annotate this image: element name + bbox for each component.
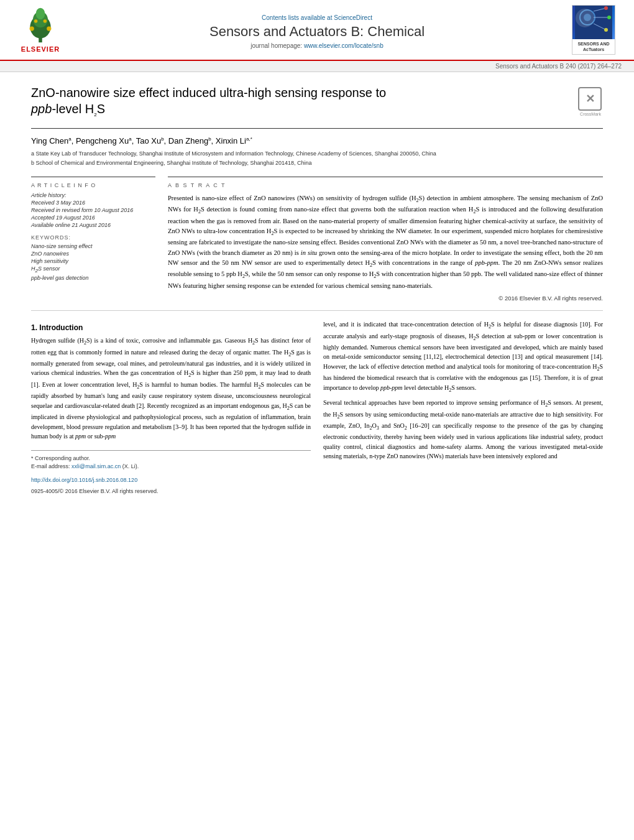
section-divider bbox=[31, 310, 603, 311]
article-info-column: A R T I C L E I N F O Article history: R… bbox=[31, 177, 155, 302]
abstract-text: Presented is nano-size effect of ZnO nan… bbox=[168, 193, 603, 291]
svg-point-7 bbox=[44, 19, 47, 23]
elsevier-brand-text: ELSEVIER bbox=[21, 45, 60, 53]
citation-text: Sensors and Actuators B 240 (2017) 264–2… bbox=[495, 63, 622, 70]
title-line1: ZnO-nanowire size effect induced ultra-h… bbox=[31, 86, 386, 99]
intro-heading: 1. Introduction bbox=[31, 323, 311, 332]
crossmark-label: CrossMark bbox=[578, 112, 603, 116]
svg-point-6 bbox=[34, 19, 38, 23]
homepage-label: journal homepage: bbox=[250, 42, 302, 49]
accepted-date: Accepted 19 August 2016 bbox=[31, 215, 155, 221]
issn-area: 0925-4005/© 2016 Elsevier B.V. All right… bbox=[31, 486, 311, 496]
info-abstract-columns: A R T I C L E I N F O Article history: R… bbox=[31, 177, 603, 302]
affil-2: b School of Chemical and Environmental E… bbox=[31, 159, 603, 168]
keyword-3: High sensitivity bbox=[31, 258, 155, 264]
keyword-4: H2S sensor bbox=[31, 265, 155, 274]
journal-title-area: Contents lists available at ScienceDirec… bbox=[68, 5, 566, 60]
svg-point-15 bbox=[607, 16, 611, 19]
elsevier-tree-icon bbox=[22, 7, 59, 44]
available-date: Available online 21 August 2016 bbox=[31, 222, 155, 228]
svg-point-16 bbox=[604, 28, 608, 32]
received-date: Received 3 May 2016 bbox=[31, 200, 155, 206]
keywords-title: Keywords: bbox=[31, 234, 155, 241]
article-title-text: ZnO-nanowire size effect induced ultra-h… bbox=[31, 85, 569, 121]
corresponding-note: * Corresponding author. bbox=[31, 455, 311, 463]
svg-point-4 bbox=[29, 26, 34, 30]
journal-homepage: journal homepage: www.elsevier.com/locat… bbox=[250, 42, 383, 49]
affil-1: a State Key Lab of Transducer Technology… bbox=[31, 150, 603, 159]
email-link[interactable]: xxli@mail.sim.ac.cn bbox=[71, 463, 121, 469]
sensors-logo-image bbox=[572, 6, 615, 39]
homepage-link[interactable]: www.elsevier.com/locate/snb bbox=[304, 42, 384, 49]
received-revised-date: Received in revised form 10 August 2016 bbox=[31, 207, 155, 213]
svg-point-14 bbox=[604, 6, 608, 10]
sensors-logo-text: SENSORS AND AcTuators bbox=[576, 39, 610, 54]
svg-point-9 bbox=[580, 10, 595, 25]
article-body: ZnO-nanowire size effect induced ultra-h… bbox=[0, 72, 634, 508]
keyword-2: ZnO nanowires bbox=[31, 251, 155, 257]
article-info-box: A R T I C L E I N F O Article history: R… bbox=[31, 177, 155, 281]
contents-text: Contents lists available at bbox=[262, 14, 332, 21]
journal-header: ELSEVIER Contents lists available at Sci… bbox=[0, 0, 634, 61]
sensors-line1: SENSORS AND bbox=[577, 42, 609, 46]
authors-line: Ying Chena, Pengcheng Xua, Tao Xub, Dan … bbox=[31, 136, 603, 145]
abstract-title: A B S T R A C T bbox=[168, 182, 603, 188]
copyright-line: © 2016 Elsevier B.V. All rights reserved… bbox=[168, 295, 603, 302]
keywords-section: Keywords: Nano-size sensing effect ZnO n… bbox=[31, 234, 155, 281]
sensors-line2: AcTuators bbox=[583, 47, 604, 52]
footnote-area: * Corresponding author. E-mail address: … bbox=[31, 450, 311, 471]
intro-heading-text: 1. Introduction bbox=[31, 323, 83, 332]
keyword-1: Nano-size sensing effect bbox=[31, 243, 155, 249]
svg-point-5 bbox=[47, 26, 51, 30]
main-right-column: level, and it is indicated that trace-co… bbox=[323, 320, 603, 496]
journal-name: Sensors and Actuators B: Chemical bbox=[209, 24, 425, 40]
elsevier-logo: ELSEVIER bbox=[12, 5, 68, 60]
citation-bar: Sensors and Actuators B 240 (2017) 264–2… bbox=[0, 61, 634, 72]
abstract-column: A B S T R A C T Presented is nano-size e… bbox=[168, 177, 603, 302]
issn-text: 0925-4005/© 2016 Elsevier B.V. All right… bbox=[31, 488, 158, 494]
doi-link[interactable]: http://dx.doi.org/10.1016/j.snb.2016.08.… bbox=[31, 477, 137, 483]
svg-point-3 bbox=[36, 8, 45, 19]
sciencedirect-line: Contents lists available at ScienceDirec… bbox=[262, 14, 372, 21]
article-info-title: A R T I C L E I N F O bbox=[31, 182, 155, 188]
article-title: ZnO-nanowire size effect induced ultra-h… bbox=[31, 85, 569, 118]
sensors-actuators-logo: SENSORS AND AcTuators bbox=[566, 5, 622, 60]
intro-para3: Several technical approaches have been r… bbox=[323, 398, 603, 461]
article-title-section: ZnO-nanowire size effect induced ultra-h… bbox=[31, 85, 603, 129]
page: ELSEVIER Contents lists available at Sci… bbox=[0, 0, 634, 840]
crossmark-box: ✕ bbox=[578, 87, 602, 111]
intro-para1: Hydrogen sulfide (H2S) is a kind of toxi… bbox=[31, 336, 311, 441]
email-note: E-mail address: xxli@mail.sim.ac.cn (X. … bbox=[31, 463, 311, 471]
title-line2-italic: ppb bbox=[31, 102, 52, 116]
doi-area: http://dx.doi.org/10.1016/j.snb.2016.08.… bbox=[31, 475, 311, 484]
title-line2-rest: -level H2S bbox=[52, 102, 105, 116]
affiliations: a State Key Lab of Transducer Technology… bbox=[31, 150, 603, 168]
main-content-columns: 1. Introduction Hydrogen sulfide (H2S) i… bbox=[31, 320, 603, 496]
svg-point-10 bbox=[584, 14, 591, 21]
history-label: Article history: bbox=[31, 192, 155, 198]
main-left-column: 1. Introduction Hydrogen sulfide (H2S) i… bbox=[31, 320, 311, 496]
keyword-5: ppb-level gas detection bbox=[31, 275, 155, 281]
intro-para2: level, and it is indicated that trace-co… bbox=[323, 320, 603, 394]
sensors-logo-box: SENSORS AND AcTuators bbox=[572, 5, 615, 55]
crossmark: ✕ CrossMark bbox=[578, 87, 603, 116]
abstract-section: A B S T R A C T Presented is nano-size e… bbox=[168, 177, 603, 302]
sciencedirect-link[interactable]: ScienceDirect bbox=[334, 14, 372, 21]
